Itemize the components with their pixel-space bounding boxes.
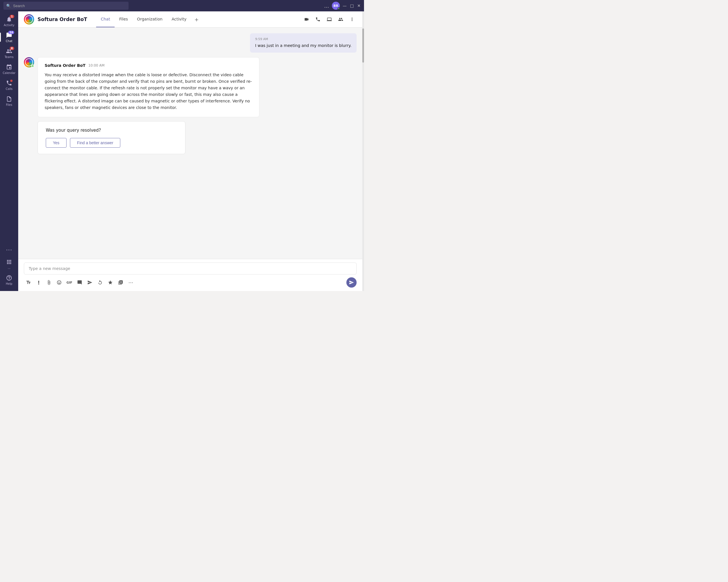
message-timestamp: 9:59 AM bbox=[255, 37, 352, 41]
sidebar-item-teams[interactable]: 8 Teams bbox=[0, 46, 18, 61]
stream-button[interactable] bbox=[116, 278, 125, 287]
video-call-button[interactable] bbox=[302, 15, 311, 24]
search-input[interactable] bbox=[13, 4, 126, 8]
scrollbar-thumb[interactable] bbox=[362, 28, 364, 62]
sidebar-item-apps[interactable]: ... bbox=[4, 256, 14, 272]
more-options-button[interactable]: ... bbox=[324, 3, 329, 9]
main-layout: 1 Activity 24 Chat 8 Teams Calendar bbox=[0, 11, 364, 291]
query-card: Was your query resolved? Yes Find a bett… bbox=[37, 121, 185, 154]
format-text-button[interactable] bbox=[24, 278, 33, 287]
sidebar-item-teams-label: Teams bbox=[4, 55, 14, 58]
schedule-send-button[interactable] bbox=[85, 278, 95, 287]
header-actions bbox=[302, 15, 357, 24]
chat-more-button[interactable] bbox=[347, 15, 357, 24]
audio-call-button[interactable] bbox=[313, 15, 322, 24]
sidebar-item-help[interactable]: Help bbox=[4, 272, 14, 287]
sidebar-item-calls[interactable]: Calls bbox=[0, 77, 18, 93]
tab-files[interactable]: Files bbox=[114, 11, 132, 27]
sidebar-item-apps-label: ... bbox=[8, 266, 10, 269]
bot-status-dot bbox=[31, 65, 34, 68]
chat-header-top: Softura Order BoT Chat Files Organizatio… bbox=[24, 11, 357, 27]
status-indicator bbox=[338, 7, 340, 10]
input-area: Type a new message ! GIF bbox=[18, 259, 362, 291]
activity-badge: 1 bbox=[10, 15, 14, 18]
screenshare-button[interactable] bbox=[325, 15, 334, 24]
teams-badge: 8 bbox=[10, 47, 14, 50]
emoji-button[interactable] bbox=[55, 278, 64, 287]
calls-icon bbox=[6, 80, 12, 86]
scrollbar[interactable] bbox=[362, 11, 364, 291]
message-left: Softura Order BoT 10:00 AM You may recei… bbox=[24, 57, 357, 154]
tab-chat[interactable]: Chat bbox=[96, 11, 114, 27]
chat-area: Softura Order BoT Chat Files Organizatio… bbox=[18, 11, 362, 291]
search-icon: 🔍 bbox=[6, 4, 11, 8]
query-buttons: Yes Find a better answer bbox=[46, 138, 177, 148]
sidebar-item-activity-label: Activity bbox=[4, 24, 14, 27]
message-input-placeholder: Type a new message bbox=[24, 262, 357, 275]
user-message-bubble: 9:59 AM I was just in a meeting and my m… bbox=[250, 33, 357, 53]
search-bar[interactable]: 🔍 bbox=[3, 2, 129, 10]
more-icon: ··· bbox=[6, 247, 12, 253]
find-better-answer-button[interactable]: Find a better answer bbox=[70, 138, 121, 148]
sidebar-item-calendar[interactable]: Calendar bbox=[0, 61, 18, 77]
yes-button[interactable]: Yes bbox=[46, 138, 67, 148]
sidebar: 1 Activity 24 Chat 8 Teams Calendar bbox=[0, 11, 18, 291]
messages-area: 9:59 AM I was just in a meeting and my m… bbox=[18, 28, 362, 259]
sidebar-item-calendar-label: Calendar bbox=[3, 71, 16, 75]
sidebar-item-help-label: Help bbox=[6, 282, 12, 285]
calls-badge bbox=[10, 80, 12, 82]
sender-row: Softura Order BoT 10:00 AM bbox=[45, 63, 252, 68]
restore-button[interactable]: □ bbox=[350, 3, 354, 8]
tab-activity[interactable]: Activity bbox=[167, 11, 191, 27]
sidebar-item-chat[interactable]: 24 Chat bbox=[0, 30, 18, 45]
add-tab-button[interactable]: + bbox=[191, 11, 202, 27]
attach-button[interactable] bbox=[44, 278, 53, 287]
bot-logo bbox=[24, 14, 34, 24]
sidebar-bottom: ··· ... Help bbox=[4, 244, 14, 291]
query-question: Was your query resolved? bbox=[46, 128, 177, 133]
bot-message-body: You may receive a distorted image when t… bbox=[45, 72, 252, 111]
bot-message-card: Softura Order BoT 10:00 AM You may recei… bbox=[37, 57, 259, 117]
titlebar: 🔍 ... BR — □ ✕ bbox=[0, 0, 364, 11]
chat-icon: 24 bbox=[6, 32, 12, 39]
calendar-icon bbox=[6, 64, 12, 71]
sender-name: Softura Order BoT bbox=[45, 63, 85, 68]
sidebar-item-calls-label: Calls bbox=[6, 87, 12, 91]
activity-icon: 1 bbox=[6, 16, 12, 23]
bot-name: Softura Order BoT bbox=[37, 17, 87, 22]
sidebar-item-files-label: Files bbox=[6, 103, 12, 106]
toolbar-row: ! GIF bbox=[24, 277, 357, 287]
bot-avatar bbox=[24, 57, 34, 68]
important-button[interactable]: ! bbox=[34, 278, 43, 287]
chat-badge: 24 bbox=[8, 31, 14, 34]
minimize-button[interactable]: — bbox=[343, 3, 347, 8]
sidebar-item-files[interactable]: Files bbox=[0, 93, 18, 109]
send-button[interactable] bbox=[346, 277, 357, 287]
window-controls: — □ ✕ bbox=[343, 3, 361, 8]
files-icon bbox=[6, 96, 12, 102]
close-button[interactable]: ✕ bbox=[357, 3, 361, 8]
loop-button[interactable] bbox=[96, 278, 105, 287]
giphy-button[interactable]: GIF bbox=[65, 278, 74, 287]
sender-time: 10:00 AM bbox=[88, 64, 105, 68]
sidebar-item-activity[interactable]: 1 Activity bbox=[0, 14, 18, 29]
more-toolbar-button[interactable]: ··· bbox=[126, 278, 135, 287]
avatar[interactable]: BR bbox=[332, 2, 340, 10]
header-tabs: Chat Files Organization Activity + bbox=[96, 11, 202, 27]
chat-header: Softura Order BoT Chat Files Organizatio… bbox=[18, 11, 362, 28]
praise-button[interactable] bbox=[106, 278, 115, 287]
sidebar-item-chat-label: Chat bbox=[6, 40, 12, 43]
participants-button[interactable] bbox=[336, 15, 345, 24]
tab-organization[interactable]: Organization bbox=[132, 11, 167, 27]
teams-icon: 8 bbox=[6, 48, 12, 55]
help-icon bbox=[6, 275, 12, 281]
message-text: I was just in a meeting and my monitor i… bbox=[255, 43, 352, 49]
sticker-button[interactable] bbox=[75, 278, 84, 287]
message-right: 9:59 AM I was just in a meeting and my m… bbox=[24, 33, 357, 53]
sidebar-item-more[interactable]: ··· bbox=[4, 244, 14, 256]
apps-icon bbox=[6, 258, 12, 265]
